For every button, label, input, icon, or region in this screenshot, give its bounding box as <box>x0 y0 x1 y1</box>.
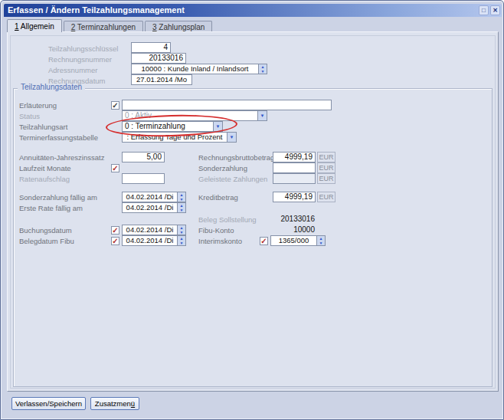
status-label: Status <box>19 111 40 121</box>
rechnungsnummer-field[interactable]: 20133016 <box>131 53 186 64</box>
annuitaeten-value: 5,00 <box>123 153 164 162</box>
interimskonto-checkbox[interactable]: ✓ <box>260 237 268 245</box>
belegdatum-fibu-value: 04.02.2014 /Di <box>123 236 177 245</box>
dock-icon[interactable]: □ <box>479 5 489 15</box>
tab-allgemein[interactable]: 1 Allgemein <box>7 19 62 32</box>
chevron-down-icon[interactable]: ▼ <box>257 111 267 120</box>
date-spinner[interactable]: ▲▼ <box>177 236 185 245</box>
terminerfassungstabelle-label: Terminerfassungstabelle <box>19 133 98 143</box>
kreditbetrag-label: Kreditbetrag <box>198 192 238 202</box>
chevron-down-icon[interactable]: ▼ <box>227 133 236 142</box>
teilzahlungsschluessel-value: 4 <box>132 43 170 52</box>
geleistete-zahlungen-unit: EUR <box>317 173 335 184</box>
belegdatum-fibu-checkbox[interactable]: ✓ <box>111 237 119 245</box>
check-icon: ✓ <box>112 226 118 235</box>
rechnungsnummer-label: Rechnungsnummer <box>48 54 112 64</box>
sonderzahlung-unit: EUR <box>317 162 335 173</box>
buchungsdatum-label: Buchungsdatum <box>19 225 72 235</box>
geleistete-zahlungen-label: Geleistete Zahlungen <box>198 174 267 184</box>
rechnungsdatum-field[interactable]: 27.01.2014 /Mo <box>131 74 192 85</box>
tab-strip: 1 Allgemein 2 Terminzahlungen 3 Zahlungs… <box>7 19 214 32</box>
spin-down-icon[interactable]: ▼ <box>317 241 325 245</box>
laufzeit-monate-label: Laufzeit Monate <box>19 163 71 173</box>
buchungsdatum-date-field[interactable]: 04.02.2014 /Di ▲▼ <box>122 225 186 235</box>
interimskonto-field[interactable]: 1365/000 ▲▼ <box>270 235 326 246</box>
date-spinner[interactable]: ▲▼ <box>177 225 185 235</box>
status-select[interactable]: 0 : Aktiv ▼ <box>122 110 267 121</box>
erste-rate-value: 04.02.2014 /Di <box>123 203 177 212</box>
ratenaufschlag-value <box>123 174 164 183</box>
erste-rate-label: Erste Rate fällig am <box>19 203 83 213</box>
beleg-sollstellung-label: Beleg Sollstellung <box>198 215 257 225</box>
ratenaufschlag-field[interactable] <box>122 173 165 184</box>
erlaeuterung-label: Erläuterung <box>19 100 57 110</box>
title-bar[interactable]: Erfassen / Ändern Teilzahlungsmanagement… <box>4 4 502 17</box>
erlaeuterung-value <box>123 100 331 110</box>
status-value: 0 : Aktiv <box>123 111 257 120</box>
tab-zahlungsplan[interactable]: 3 Zahlungsplan <box>145 21 212 32</box>
rechnungsdatum-label: Rechnungsdatum <box>48 76 105 86</box>
close-icon[interactable]: ✕ <box>490 5 500 15</box>
belegdatum-fibu-label: Belegdatum Fibu <box>19 236 74 246</box>
laufzeit-monate-checkbox[interactable]: ✓ <box>111 164 119 172</box>
kreditbetrag-value: 4999,19 <box>273 192 315 202</box>
interimskonto-label: Interimskonto <box>198 236 242 246</box>
zusatzmenu-button[interactable]: Zusatzmenü <box>90 397 139 410</box>
teilzahlungsart-select[interactable]: 0 : Terminzahlung ▼ <box>122 121 223 132</box>
tab-terminzahlungen-label: Terminzahlungen <box>75 23 136 31</box>
check-icon: ✓ <box>112 164 118 172</box>
check-icon: ✓ <box>112 101 118 110</box>
ratenaufschlag-label: Ratenaufschlag <box>19 174 70 184</box>
window-title: Erfassen / Ändern Teilzahlungsmanagement <box>8 5 185 15</box>
verlassen-speichern-button[interactable]: Verlassen/Speichern <box>11 397 86 410</box>
buchungsdatum-checkbox[interactable]: ✓ <box>111 226 119 235</box>
check-icon: ✓ <box>260 237 267 245</box>
terminerfassungstabelle-select[interactable]: : Erfassung Tage und Prozent ▼ <box>122 132 237 143</box>
spin-down-icon[interactable]: ▼ <box>178 230 185 235</box>
teilzahlungsart-label: Teilzahlungsart <box>19 122 67 132</box>
erste-rate-date-field[interactable]: 04.02.2014 /Di ▲▼ <box>122 202 186 213</box>
geleistete-zahlungen-field <box>273 173 316 184</box>
annuitaeten-field[interactable]: 5,00 <box>122 152 165 162</box>
annuitaeten-label: Annuitäten-Jahreszinssatz <box>19 153 104 162</box>
tab-allgemein-label: Allgemein <box>19 22 54 31</box>
erlaeuterung-input[interactable] <box>122 100 332 110</box>
teilzahlungsschluessel-field[interactable]: 4 <box>131 42 171 53</box>
rechnungsbruttobetrag-field[interactable]: 4999,19 <box>273 152 316 162</box>
interimskonto-spinner[interactable]: ▲▼ <box>316 236 325 245</box>
chevron-down-icon[interactable]: ▼ <box>213 122 222 131</box>
fibu-konto-label: Fibu-Konto <box>198 225 234 235</box>
spin-down-icon[interactable]: ▼ <box>178 208 185 212</box>
belegdatum-fibu-date-field[interactable]: 04.02.2014 /Di ▲▼ <box>122 235 186 246</box>
kreditbetrag-unit: EUR <box>317 192 335 202</box>
sonderzahlung-field[interactable] <box>273 162 316 173</box>
interimskonto-value: 1365/000 <box>271 236 316 245</box>
teilzahlungsschluessel-label: Teilzahlungsschlüssel <box>48 44 118 54</box>
tab-zahlungsplan-label: Zahlungsplan <box>157 23 205 31</box>
rechnungsbruttobetrag-unit: EUR <box>317 152 335 162</box>
kreditbetrag-field[interactable]: 4999,19 <box>273 192 316 202</box>
rechnungsnummer-value: 20133016 <box>132 54 185 63</box>
tab-terminzahlungen[interactable]: 2 Terminzahlungen <box>64 21 143 32</box>
spin-down-icon[interactable]: ▼ <box>178 241 185 245</box>
spin-down-icon[interactable]: ▼ <box>178 197 185 202</box>
spin-down-icon[interactable]: ▼ <box>259 69 267 74</box>
check-icon: ✓ <box>112 237 118 245</box>
geleistete-zahlungen-value <box>273 174 315 183</box>
terminerfassungstabelle-value: : Erfassung Tage und Prozent <box>123 133 227 142</box>
zusatzmenu-label: Zusatzmen <box>95 399 131 408</box>
erlaeuterung-edit-checkbox[interactable]: ✓ <box>111 101 119 110</box>
rechnungsbruttobetrag-value: 4999,19 <box>273 153 315 162</box>
fibu-konto-value: 10000 <box>270 225 315 234</box>
buchungsdatum-value: 04.02.2014 /Di <box>123 225 177 235</box>
dialog-window: Erfassen / Ändern Teilzahlungsmanagement… <box>0 0 504 420</box>
sonderzahlung-value <box>273 163 315 172</box>
date-spinner[interactable]: ▲▼ <box>177 192 185 202</box>
date-spinner[interactable]: ▲▼ <box>177 203 185 212</box>
teilzahlungsart-value: 0 : Terminzahlung <box>123 122 213 131</box>
adressnummer-spinner[interactable]: ▲▼ <box>258 64 267 74</box>
adressnummer-label: Adressnummer <box>48 65 97 75</box>
sonderzahlung-faellig-date-field[interactable]: 04.02.2014 /Di ▲▼ <box>122 192 186 202</box>
adressnummer-field[interactable]: 10000 : Kunde Inland / Inlandsort ▲▼ <box>131 64 267 74</box>
sonderzahlung-faellig-value: 04.02.2014 /Di <box>123 192 177 202</box>
